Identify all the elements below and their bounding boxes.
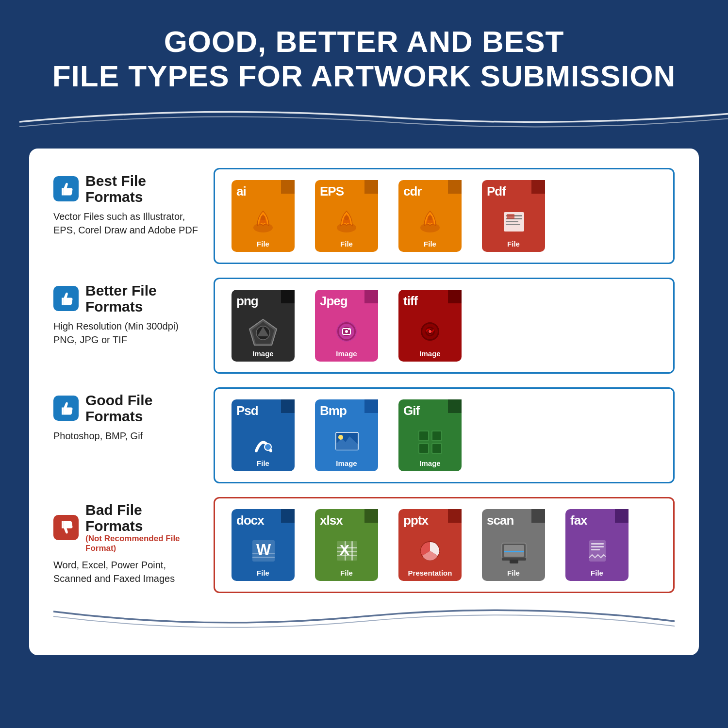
file-pdf-graphic: [496, 206, 530, 238]
file-jpeg-shape: Jpeg Image: [315, 290, 378, 362]
file-xlsx: xlsx X File: [310, 509, 383, 581]
section-good-label: Good File Formats Photoshop, BMP, Gif: [53, 387, 214, 483]
svg-rect-10: [506, 224, 520, 225]
file-psd: Psd File: [227, 399, 299, 471]
file-xlsx-graphic: X: [330, 535, 364, 567]
svg-point-21: [348, 328, 350, 330]
svg-rect-33: [432, 431, 441, 440]
file-fax-label: File: [591, 569, 603, 577]
svg-point-27: [265, 444, 271, 450]
svg-point-3: [344, 215, 349, 220]
svg-rect-9: [506, 221, 518, 222]
file-eps-label: File: [340, 240, 353, 248]
file-cdr-ext: cdr: [403, 184, 421, 199]
section-bad-label: Bad File Formats (Not Recommended File F…: [53, 497, 214, 593]
file-eps-ext: EPS: [320, 184, 344, 199]
file-fax: fax File: [561, 509, 633, 581]
svg-rect-31: [419, 431, 428, 440]
file-docx-shape: docx W File: [232, 509, 295, 581]
file-fax-shape: fax File: [565, 509, 629, 581]
file-tiff-shape: tiff Image: [398, 290, 462, 362]
page-title: GOOD, BETTER AND BEST FILE TYPES FOR ART…: [19, 24, 709, 94]
file-gif-label: Image: [419, 459, 440, 467]
file-eps: EPS File: [310, 180, 383, 252]
main-container: GOOD, BETTER AND BEST FILE TYPES FOR ART…: [0, 0, 728, 728]
file-bmp-label: Image: [336, 459, 357, 467]
svg-rect-52: [504, 551, 524, 552]
file-xlsx-label: File: [340, 569, 353, 577]
file-eps-shape: EPS File: [315, 180, 378, 252]
svg-rect-41: [252, 553, 275, 554]
section-better-desc: High Resolution (Min 300dpi)PNG, JPG or …: [53, 319, 199, 347]
file-ai-label: File: [257, 240, 269, 248]
file-png-graphic: [246, 316, 280, 347]
header: GOOD, BETTER AND BEST FILE TYPES FOR ART…: [0, 0, 728, 144]
section-best-title-row: Best File Formats: [53, 173, 199, 205]
file-tiff: tiff Image: [394, 290, 466, 362]
file-pdf-ext: Pdf: [487, 184, 506, 199]
file-cdr-graphic: [413, 206, 447, 238]
section-best-label: Best File Formats Vector Files such as I…: [53, 168, 214, 264]
file-gif: Gif: [394, 399, 466, 471]
file-scan-label: File: [507, 569, 520, 577]
section-bad-subtitle: (Not Recommended File Format): [85, 534, 180, 553]
section-best-title: Best File Formats: [85, 173, 199, 205]
svg-rect-35: [419, 444, 428, 453]
file-bmp-shape: Bmp Image: [315, 399, 378, 471]
section-good-title-row: Good File Formats: [53, 392, 199, 424]
file-jpeg: Jpeg Image: [310, 290, 383, 362]
thumbs-down-icon-bad: [53, 515, 79, 540]
svg-rect-57: [591, 546, 604, 547]
thumbs-up-icon-good: [53, 396, 79, 421]
section-better-title: Better File Formats: [85, 282, 199, 314]
file-docx-label: File: [257, 569, 269, 577]
file-psd-label: File: [257, 459, 269, 467]
file-png-label: Image: [252, 349, 273, 358]
section-bad-title: Bad File Formats: [85, 502, 143, 534]
svg-rect-44: [337, 547, 357, 548]
section-bad-files: docx W File: [214, 497, 675, 593]
thumbs-up-icon-better: [53, 286, 79, 311]
svg-rect-45: [337, 551, 357, 552]
file-scan: scan File: [477, 509, 550, 581]
svg-rect-40: [252, 557, 275, 558]
thumbs-up-svg-better: [59, 291, 73, 306]
svg-point-29: [338, 435, 343, 440]
section-better: Better File Formats High Resolution (Min…: [53, 278, 675, 374]
file-jpeg-graphic: [330, 316, 364, 347]
bottom-swoosh: [53, 607, 675, 631]
file-xlsx-shape: xlsx X File: [315, 509, 378, 581]
file-docx: docx W File: [227, 509, 299, 581]
section-bad-desc: Word, Excel, Power Point,Scanned and Fax…: [53, 558, 199, 585]
file-jpeg-label: Image: [336, 349, 357, 358]
file-gif-ext: Gif: [403, 403, 419, 418]
file-ai: ai File: [227, 180, 299, 252]
section-better-title-row: Better File Formats: [53, 282, 199, 314]
file-pptx: pptx Presentation: [394, 509, 466, 581]
file-jpeg-ext: Jpeg: [320, 294, 347, 309]
svg-rect-46: [337, 555, 357, 556]
section-better-label: Better File Formats High Resolution (Min…: [53, 278, 214, 374]
file-gif-graphic: [413, 426, 447, 457]
section-bad: Bad File Formats (Not Recommended File F…: [53, 497, 675, 593]
file-pdf: Pdf File: [477, 180, 550, 252]
file-pptx-shape: pptx Presentation: [398, 509, 462, 581]
file-eps-graphic: [330, 206, 364, 238]
file-pptx-graphic: [413, 535, 447, 567]
file-ai-shape: ai File: [232, 180, 295, 252]
header-swoosh: [19, 102, 728, 129]
thumbs-up-icon-best: [53, 176, 79, 201]
file-pdf-label: File: [507, 240, 520, 248]
thumbs-down-svg-bad: [59, 520, 73, 535]
svg-rect-11: [507, 214, 514, 219]
file-scan-ext: scan: [487, 513, 513, 528]
section-good-title: Good File Formats: [85, 392, 199, 424]
section-better-files: png Image: [214, 278, 675, 374]
section-good-desc: Photoshop, BMP, Gif: [53, 429, 199, 443]
svg-text:W: W: [256, 541, 271, 558]
svg-rect-56: [591, 543, 604, 545]
file-pdf-shape: Pdf File: [482, 180, 545, 252]
thumbs-up-svg-good: [59, 401, 73, 415]
file-png: png Image: [227, 290, 299, 362]
thumbs-up-svg-best: [59, 182, 73, 196]
